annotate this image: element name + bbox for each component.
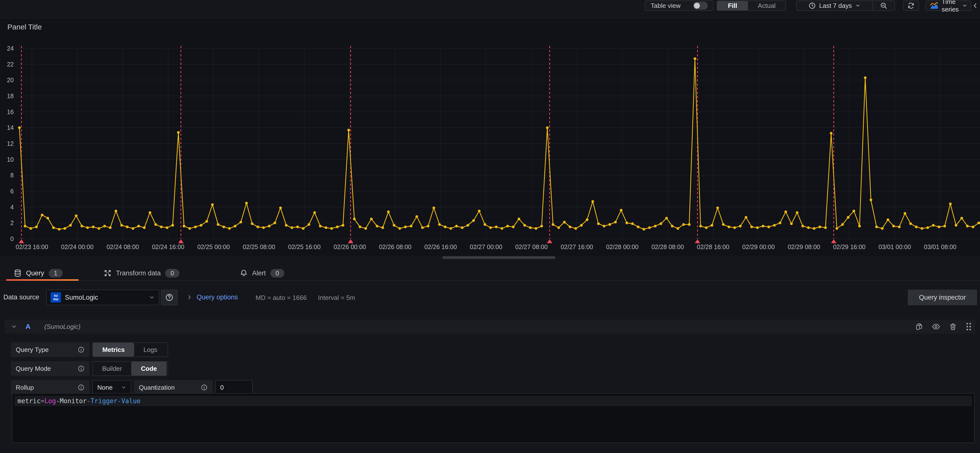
annotation-marker[interactable] [831, 239, 837, 243]
series-point[interactable] [376, 225, 379, 228]
series-point[interactable] [302, 227, 305, 230]
series-point[interactable] [938, 225, 940, 228]
code-editor-current-line[interactable]: metric=Log-Monitor-Trigger-Value [15, 396, 972, 406]
series-point[interactable] [364, 227, 367, 230]
series-point[interactable] [234, 225, 236, 228]
series-point[interactable] [870, 198, 872, 201]
series-point[interactable] [143, 226, 146, 229]
refresh-button[interactable] [903, 0, 919, 11]
query-type-option-logs[interactable]: Logs [134, 343, 167, 356]
series-point[interactable] [279, 206, 282, 209]
series-point[interactable] [887, 219, 889, 221]
actual-option[interactable]: Actual [748, 1, 785, 10]
series-point[interactable] [688, 223, 690, 226]
series-point[interactable] [103, 225, 106, 228]
series-point[interactable] [523, 224, 526, 227]
series-point[interactable] [188, 227, 191, 230]
tab-alert[interactable]: Alert 0 [240, 266, 284, 280]
series-point[interactable] [733, 226, 736, 229]
query-mode-option-code[interactable]: Code [131, 362, 167, 375]
series-point[interactable] [676, 227, 679, 230]
series-point[interactable] [756, 226, 759, 229]
series-point[interactable] [217, 223, 220, 226]
series-point[interactable] [966, 225, 969, 228]
series-point[interactable] [149, 211, 151, 214]
series-point[interactable] [750, 225, 753, 228]
series-point[interactable] [665, 217, 668, 219]
series-point[interactable] [97, 227, 100, 230]
series-point[interactable] [790, 222, 793, 225]
series-point[interactable] [631, 222, 634, 225]
series-point[interactable] [64, 227, 66, 230]
series-point[interactable] [455, 225, 458, 228]
series-point[interactable] [557, 226, 560, 229]
series-point[interactable] [728, 225, 730, 228]
query-options-link[interactable]: Query options [197, 293, 238, 301]
series-point[interactable] [943, 225, 946, 228]
series-point[interactable] [841, 223, 844, 226]
tab-transform-data[interactable]: Transform data 0 [104, 266, 180, 280]
series-point[interactable] [592, 200, 594, 203]
duplicate-query-icon[interactable] [915, 323, 923, 331]
series-point[interactable] [154, 223, 157, 226]
series-point[interactable] [69, 224, 72, 227]
series-point[interactable] [739, 225, 741, 228]
series-point[interactable] [767, 225, 770, 228]
series-point[interactable] [268, 225, 270, 228]
query-row-header[interactable]: A (SumoLogic) [5, 320, 975, 334]
series-point[interactable] [478, 209, 480, 212]
series-point[interactable] [205, 220, 208, 223]
series-point[interactable] [489, 226, 492, 229]
series-point[interactable] [137, 225, 140, 228]
series-point[interactable] [960, 217, 963, 219]
series-point[interactable] [694, 57, 696, 60]
query-inspector-button[interactable]: Query inspector [908, 290, 977, 305]
series-point[interactable] [625, 222, 628, 224]
series-point[interactable] [381, 226, 384, 229]
series-point[interactable] [506, 225, 509, 228]
series-point[interactable] [671, 225, 674, 228]
series-point[interactable] [909, 222, 912, 225]
series-point[interactable] [858, 225, 861, 228]
series-point[interactable] [949, 203, 952, 205]
zoom-out-button[interactable] [873, 1, 894, 10]
series-point[interactable] [835, 227, 838, 230]
series-point[interactable] [160, 225, 163, 228]
series-point[interactable] [466, 224, 469, 227]
datasource-picker[interactable]: su mo SumoLogic [46, 290, 159, 305]
series-point[interactable] [75, 214, 78, 217]
series-point[interactable] [682, 223, 685, 226]
series-point[interactable] [245, 202, 248, 204]
series-point[interactable] [438, 223, 441, 226]
series-point[interactable] [251, 222, 254, 225]
series-point[interactable] [784, 211, 787, 213]
series-point[interactable] [608, 223, 611, 226]
time-range-button[interactable]: Last 7 days [797, 1, 872, 10]
series-point[interactable] [86, 226, 89, 229]
series-point[interactable] [359, 225, 361, 228]
series-point[interactable] [603, 225, 606, 228]
series-point[interactable] [529, 226, 532, 229]
series-point[interactable] [574, 227, 577, 230]
series-point[interactable] [853, 209, 855, 212]
series-point[interactable] [864, 76, 867, 79]
series-point[interactable] [347, 129, 350, 131]
series-point[interactable] [807, 226, 810, 229]
series-point[interactable] [762, 225, 765, 228]
series-point[interactable] [773, 224, 776, 227]
series-point[interactable] [81, 225, 83, 228]
series-point[interactable] [274, 222, 276, 224]
fill-option[interactable]: Fill [717, 1, 748, 10]
series-point[interactable] [484, 223, 486, 226]
series-point[interactable] [921, 227, 923, 230]
series-point[interactable] [580, 224, 583, 227]
series-point[interactable] [932, 224, 935, 227]
series-point[interactable] [472, 219, 475, 222]
series-point[interactable] [796, 211, 799, 214]
series-point[interactable] [552, 223, 554, 226]
series-point[interactable] [517, 218, 520, 220]
series-point[interactable] [24, 225, 27, 228]
series-point[interactable] [35, 225, 38, 228]
series-point[interactable] [336, 225, 339, 228]
series-point[interactable] [716, 206, 719, 209]
